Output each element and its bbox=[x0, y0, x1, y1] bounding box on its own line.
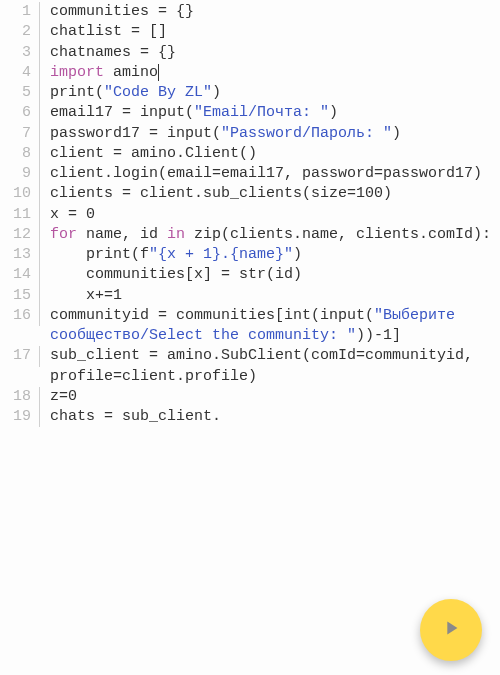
code-token: chatnames = {} bbox=[50, 44, 176, 61]
code-line[interactable]: 16communityid = communities[int(input("В… bbox=[0, 306, 500, 347]
code-content[interactable]: chatlist = [] bbox=[40, 22, 500, 42]
line-number: 11 bbox=[0, 205, 40, 225]
line-number: 4 bbox=[0, 63, 40, 83]
code-token: communities = {} bbox=[50, 3, 194, 20]
code-content[interactable]: x+=1 bbox=[40, 286, 500, 306]
code-content[interactable]: import amino bbox=[40, 63, 500, 83]
code-token: email17 = input( bbox=[50, 104, 194, 121]
code-token: client.login(email=email17, password=pas… bbox=[50, 165, 482, 182]
code-line[interactable]: 8client = amino.Client() bbox=[0, 144, 500, 164]
code-token: sub_client = amino.SubClient(comId=commu… bbox=[50, 347, 482, 384]
code-content[interactable]: print(f"{x + 1}.{name}") bbox=[40, 245, 500, 265]
code-token: ))-1] bbox=[356, 327, 401, 344]
line-number: 18 bbox=[0, 387, 40, 407]
string-token: "Code By ZL" bbox=[104, 84, 212, 101]
play-icon bbox=[440, 617, 462, 644]
line-number: 13 bbox=[0, 245, 40, 265]
code-token: ) bbox=[392, 125, 401, 142]
line-number: 16 bbox=[0, 306, 40, 326]
string-token: "Password/Пароль: " bbox=[221, 125, 392, 142]
line-number: 12 bbox=[0, 225, 40, 245]
keyword-token: for bbox=[50, 226, 77, 243]
code-token: password17 = input( bbox=[50, 125, 221, 142]
code-content[interactable]: clients = client.sub_clients(size=100) bbox=[40, 184, 500, 204]
line-number: 6 bbox=[0, 103, 40, 123]
code-line[interactable]: 2chatlist = [] bbox=[0, 22, 500, 42]
code-content[interactable]: email17 = input("Email/Почта: ") bbox=[40, 103, 500, 123]
code-line[interactable]: 13 print(f"{x + 1}.{name}") bbox=[0, 245, 500, 265]
line-number: 2 bbox=[0, 22, 40, 42]
line-number: 19 bbox=[0, 407, 40, 427]
code-line[interactable]: 4import amino bbox=[0, 63, 500, 83]
string-token: "{x + 1}.{name}" bbox=[149, 246, 293, 263]
line-number: 17 bbox=[0, 346, 40, 366]
code-line[interactable]: 11x = 0 bbox=[0, 205, 500, 225]
code-token: client = amino.Client() bbox=[50, 145, 257, 162]
code-token: clients = client.sub_clients(size=100) bbox=[50, 185, 392, 202]
code-token: name, id bbox=[77, 226, 167, 243]
code-content[interactable]: z=0 bbox=[40, 387, 500, 407]
line-number: 1 bbox=[0, 2, 40, 22]
code-line[interactable]: 3chatnames = {} bbox=[0, 43, 500, 63]
code-content[interactable]: client = amino.Client() bbox=[40, 144, 500, 164]
code-token: ) bbox=[212, 84, 221, 101]
code-token: communityid = communities[int(input( bbox=[50, 307, 374, 324]
string-token: "Email/Почта: " bbox=[194, 104, 329, 121]
code-token: z=0 bbox=[50, 388, 77, 405]
code-content[interactable]: communityid = communities[int(input("Выб… bbox=[40, 306, 500, 347]
code-token: amino bbox=[104, 64, 158, 81]
code-token: print(f bbox=[50, 246, 149, 263]
code-content[interactable]: communities[x] = str(id) bbox=[40, 265, 500, 285]
code-token: x+=1 bbox=[50, 287, 122, 304]
line-number: 15 bbox=[0, 286, 40, 306]
code-line[interactable]: 17sub_client = amino.SubClient(comId=com… bbox=[0, 346, 500, 387]
run-button[interactable] bbox=[420, 599, 482, 661]
text-cursor bbox=[158, 64, 159, 81]
line-number: 8 bbox=[0, 144, 40, 164]
code-content[interactable]: communities = {} bbox=[40, 2, 500, 22]
code-content[interactable]: password17 = input("Password/Пароль: ") bbox=[40, 124, 500, 144]
code-content[interactable]: x = 0 bbox=[40, 205, 500, 225]
code-content[interactable]: chats = sub_client. bbox=[40, 407, 500, 427]
code-content[interactable]: for name, id in zip(clients.name, client… bbox=[40, 225, 500, 245]
code-line[interactable]: 12for name, id in zip(clients.name, clie… bbox=[0, 225, 500, 245]
code-token: chats = sub_client. bbox=[50, 408, 221, 425]
code-token: chatlist = [] bbox=[50, 23, 167, 40]
code-line[interactable]: 7password17 = input("Password/Пароль: ") bbox=[0, 124, 500, 144]
code-editor[interactable]: 1communities = {}2chatlist = []3chatname… bbox=[0, 0, 500, 675]
code-content[interactable]: print("Code By ZL") bbox=[40, 83, 500, 103]
code-content[interactable]: sub_client = amino.SubClient(comId=commu… bbox=[40, 346, 500, 387]
code-token: communities[x] = str(id) bbox=[50, 266, 302, 283]
code-token: zip(clients.name, clients.comId): bbox=[185, 226, 491, 243]
line-number: 10 bbox=[0, 184, 40, 204]
code-token: ) bbox=[293, 246, 302, 263]
code-line[interactable]: 14 communities[x] = str(id) bbox=[0, 265, 500, 285]
line-number: 3 bbox=[0, 43, 40, 63]
code-line[interactable]: 1communities = {} bbox=[0, 2, 500, 22]
code-token: x = 0 bbox=[50, 206, 95, 223]
code-token: ) bbox=[329, 104, 338, 121]
code-content[interactable]: client.login(email=email17, password=pas… bbox=[40, 164, 500, 184]
line-number: 5 bbox=[0, 83, 40, 103]
code-line[interactable]: 9client.login(email=email17, password=pa… bbox=[0, 164, 500, 184]
line-number: 7 bbox=[0, 124, 40, 144]
line-number: 9 bbox=[0, 164, 40, 184]
keyword-token: in bbox=[167, 226, 185, 243]
code-line[interactable]: 19chats = sub_client. bbox=[0, 407, 500, 427]
code-token: print( bbox=[50, 84, 104, 101]
code-line[interactable]: 10clients = client.sub_clients(size=100) bbox=[0, 184, 500, 204]
code-line[interactable]: 5print("Code By ZL") bbox=[0, 83, 500, 103]
line-number: 14 bbox=[0, 265, 40, 285]
code-line[interactable]: 18z=0 bbox=[0, 387, 500, 407]
code-content[interactable]: chatnames = {} bbox=[40, 43, 500, 63]
code-line[interactable]: 15 x+=1 bbox=[0, 286, 500, 306]
keyword-token: import bbox=[50, 64, 104, 81]
code-line[interactable]: 6email17 = input("Email/Почта: ") bbox=[0, 103, 500, 123]
